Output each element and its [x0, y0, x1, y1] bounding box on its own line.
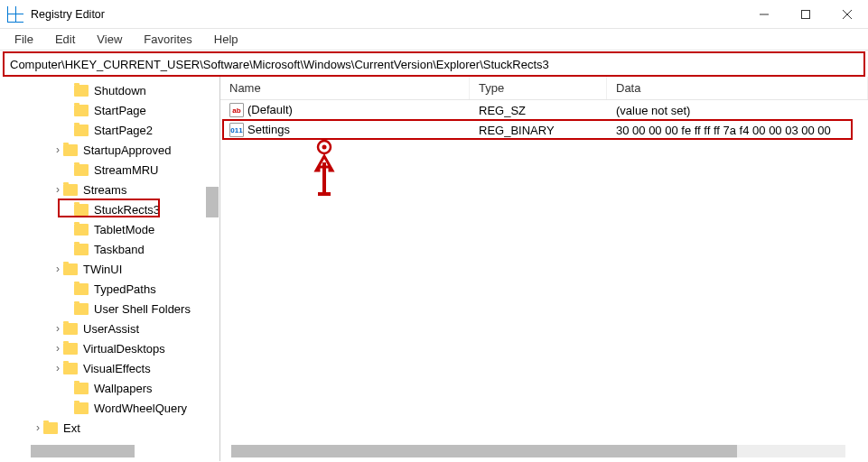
list-pane: Name Type Data ab(Default)REG_SZ(value n… — [220, 77, 868, 461]
expand-icon[interactable]: › — [52, 263, 63, 275]
folder-icon — [63, 363, 78, 374]
menu-edit[interactable]: Edit — [46, 31, 84, 48]
list-header[interactable]: Name Type Data — [220, 77, 868, 100]
folder-icon — [74, 85, 89, 97]
tree-item-label: VirtualDesktops — [83, 342, 165, 356]
value-row[interactable]: 011SettingsREG_BINARY30 00 00 00 fe ff f… — [220, 120, 868, 140]
menu-file[interactable]: File — [5, 31, 42, 48]
folder-icon — [74, 244, 89, 255]
tree-horizontal-scrollbar[interactable] — [31, 445, 135, 457]
tree-item-streams[interactable]: ›Streams — [0, 180, 219, 199]
list-horizontal-scrollbar[interactable] — [231, 445, 845, 457]
string-icon: ab — [229, 103, 244, 117]
tree-item-label: User Shell Folders — [94, 302, 191, 316]
expand-icon[interactable]: › — [52, 362, 63, 374]
tree-item-stuckrects3[interactable]: StuckRects3 — [0, 199, 219, 219]
tree-item-user-shell-folders[interactable]: User Shell Folders — [0, 299, 219, 319]
svg-point-4 — [318, 141, 331, 153]
folder-icon — [63, 144, 78, 156]
tree-item-wallpapers[interactable]: Wallpapers — [0, 378, 219, 398]
folder-icon — [74, 283, 89, 295]
menu-view[interactable]: View — [88, 31, 131, 48]
address-text: Computer\HKEY_CURRENT_USER\Software\Micr… — [10, 58, 549, 71]
tree-item-label: StartPage — [94, 104, 146, 117]
menubar: File Edit View Favorites Help — [0, 29, 868, 51]
value-name: Settings — [247, 123, 290, 136]
tree-pane: ShutdownStartPageStartPage2›StartupAppro… — [0, 77, 220, 461]
binary-icon: 011 — [229, 123, 244, 137]
tree-item-label: UserAssist — [83, 322, 139, 336]
annotation-arrow-icon — [306, 140, 342, 203]
folder-icon — [74, 164, 89, 176]
tree-item-label: Taskband — [94, 243, 145, 256]
tree-item-userassist[interactable]: ›UserAssist — [0, 319, 219, 338]
expand-icon[interactable]: › — [52, 322, 63, 335]
tree-item-label: StartupApproved — [83, 143, 172, 157]
column-type[interactable]: Type — [470, 77, 607, 99]
tree-item-streammru[interactable]: StreamMRU — [0, 160, 219, 180]
folder-icon — [74, 224, 89, 236]
address-bar[interactable]: Computer\HKEY_CURRENT_USER\Software\Micr… — [3, 51, 865, 77]
tree-item-ext[interactable]: ›Ext — [0, 418, 219, 438]
folder-icon — [63, 184, 78, 196]
tree-item-taskband[interactable]: Taskband — [0, 239, 219, 259]
value-type: REG_SZ — [470, 104, 607, 117]
window-title: Registry Editor — [31, 8, 743, 21]
menu-help[interactable]: Help — [205, 31, 247, 48]
tree-item-label: Streams — [83, 183, 126, 197]
tree-item-label: Ext — [63, 421, 80, 435]
value-data: (value not set) — [607, 104, 868, 117]
folder-icon — [63, 263, 78, 275]
expand-icon[interactable]: › — [52, 183, 63, 196]
tree-item-startpage[interactable]: StartPage — [0, 100, 219, 120]
minimize-button[interactable] — [743, 0, 785, 29]
folder-icon — [74, 105, 89, 116]
svg-rect-1 — [802, 10, 810, 18]
tree-item-typedpaths[interactable]: TypedPaths — [0, 279, 219, 299]
folder-icon — [74, 125, 89, 136]
menu-favorites[interactable]: Favorites — [135, 31, 201, 48]
value-data: 30 00 00 00 fe ff ff ff 7a f4 00 00 03 0… — [607, 124, 868, 137]
value-type: REG_BINARY — [470, 124, 607, 137]
tree-item-label: TWinUI — [83, 263, 122, 276]
folder-icon — [63, 343, 78, 355]
tree-item-label: VisualEffects — [83, 362, 151, 375]
tree-item-label: StartPage2 — [94, 124, 153, 137]
expand-icon[interactable]: › — [33, 421, 43, 434]
expand-icon[interactable]: › — [52, 143, 63, 156]
folder-icon — [74, 402, 89, 414]
value-name: (Default) — [247, 103, 293, 116]
titlebar: Registry Editor — [0, 0, 868, 29]
folder-icon — [74, 383, 89, 394]
tree-item-label: StuckRects3 — [94, 203, 160, 217]
tree-item-label: Wallpapers — [94, 382, 153, 395]
column-data[interactable]: Data — [607, 77, 868, 99]
tree-item-startpage2[interactable]: StartPage2 — [0, 120, 219, 140]
tree-item-label: TypedPaths — [94, 282, 156, 296]
value-row[interactable]: ab(Default)REG_SZ(value not set) — [220, 100, 868, 120]
tree-item-twinui[interactable]: ›TWinUI — [0, 259, 219, 279]
app-icon — [7, 6, 23, 23]
tree-item-virtualdesktops[interactable]: ›VirtualDesktops — [0, 338, 219, 358]
svg-point-5 — [322, 145, 327, 150]
folder-icon — [63, 323, 78, 335]
tree-item-label: WordWheelQuery — [94, 402, 187, 415]
expand-icon[interactable]: › — [52, 342, 63, 355]
maximize-button[interactable] — [785, 0, 826, 29]
column-name[interactable]: Name — [220, 77, 470, 99]
folder-icon — [43, 422, 58, 434]
tree-item-label: TabletMode — [94, 223, 154, 236]
tree-item-label: Shutdown — [94, 84, 146, 97]
close-button[interactable] — [826, 0, 868, 29]
tree-item-wordwheelquery[interactable]: WordWheelQuery — [0, 398, 219, 418]
folder-icon — [74, 303, 89, 315]
folder-icon — [74, 204, 89, 216]
tree-item-label: StreamMRU — [94, 163, 159, 177]
tree-item-shutdown[interactable]: Shutdown — [0, 80, 219, 100]
tree-item-tabletmode[interactable]: TabletMode — [0, 219, 219, 239]
tree-item-visualeffects[interactable]: ›VisualEffects — [0, 358, 219, 378]
tree-item-startupapproved[interactable]: ›StartupApproved — [0, 140, 219, 160]
tree-vertical-scrollbar[interactable] — [205, 77, 219, 461]
svg-marker-7 — [316, 156, 332, 171]
